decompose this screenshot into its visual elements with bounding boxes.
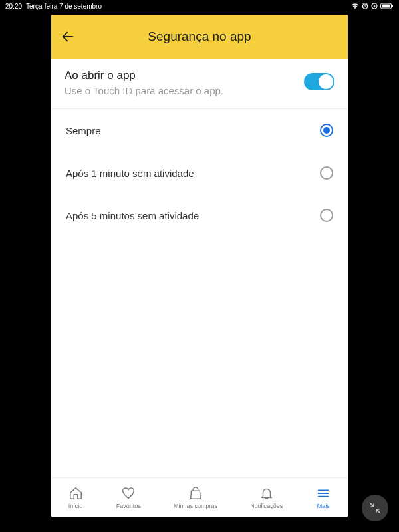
menu-icon xyxy=(315,485,331,501)
nav-label: Início xyxy=(68,503,83,509)
bottom-nav: Início Favoritos Minhas compras Notifica… xyxy=(51,477,348,517)
option-label: Após 5 minutos sem atividade xyxy=(66,210,199,221)
status-icons xyxy=(351,3,394,9)
alarm-icon xyxy=(362,3,368,9)
touch-id-toggle[interactable] xyxy=(304,73,334,90)
heart-icon xyxy=(120,485,136,501)
option-label: Sempre xyxy=(66,125,101,136)
radio-icon xyxy=(320,166,333,180)
option-1-minuto[interactable]: Após 1 minuto sem atividade xyxy=(51,152,348,194)
timeout-options: Sempre Após 1 minuto sem atividade Após … xyxy=(51,109,348,477)
status-bar: 20:20 Terça-feira 7 de setembro xyxy=(0,0,399,12)
page-title: Segurança no app xyxy=(148,29,251,44)
bell-icon xyxy=(259,485,275,501)
nav-label: Favoritos xyxy=(116,503,141,509)
nav-inicio[interactable]: Início xyxy=(68,485,84,509)
svg-rect-5 xyxy=(392,5,394,7)
collapse-fab[interactable] xyxy=(362,495,388,521)
toggle-knob xyxy=(319,74,333,89)
arrow-left-icon xyxy=(61,29,75,44)
status-time: 20:20 xyxy=(5,3,22,10)
nav-favoritos[interactable]: Favoritos xyxy=(116,485,141,509)
app-frame: Segurança no app Ao abrir o app Use o To… xyxy=(51,15,348,517)
nav-label: Mais xyxy=(317,503,330,509)
bag-icon xyxy=(188,485,203,501)
svg-rect-4 xyxy=(382,5,390,8)
back-button[interactable] xyxy=(61,29,75,47)
nav-notificacoes[interactable]: Notificações xyxy=(250,485,283,509)
app-header: Segurança no app xyxy=(51,15,348,59)
rotation-lock-icon xyxy=(371,3,378,9)
radio-icon xyxy=(320,124,333,137)
radio-icon xyxy=(320,209,333,222)
option-label: Após 1 minuto sem atividade xyxy=(66,168,194,179)
home-icon xyxy=(68,485,84,501)
collapse-icon xyxy=(370,503,380,513)
nav-mais[interactable]: Mais xyxy=(315,485,331,509)
status-date: Terça-feira 7 de setembro xyxy=(26,3,102,10)
option-5-minutos[interactable]: Após 5 minutos sem atividade xyxy=(51,194,348,237)
section-subtitle: Use o Touch ID para acessar o app. xyxy=(65,85,304,96)
nav-label: Notificações xyxy=(250,503,283,509)
touch-id-section: Ao abrir o app Use o Touch ID para acess… xyxy=(51,59,348,109)
nav-compras[interactable]: Minhas compras xyxy=(174,485,217,509)
option-sempre[interactable]: Sempre xyxy=(51,109,348,152)
nav-label: Minhas compras xyxy=(174,503,217,509)
battery-icon xyxy=(380,3,394,9)
section-title: Ao abrir o app xyxy=(65,69,304,82)
svg-rect-2 xyxy=(374,6,375,7)
wifi-icon xyxy=(351,3,359,9)
